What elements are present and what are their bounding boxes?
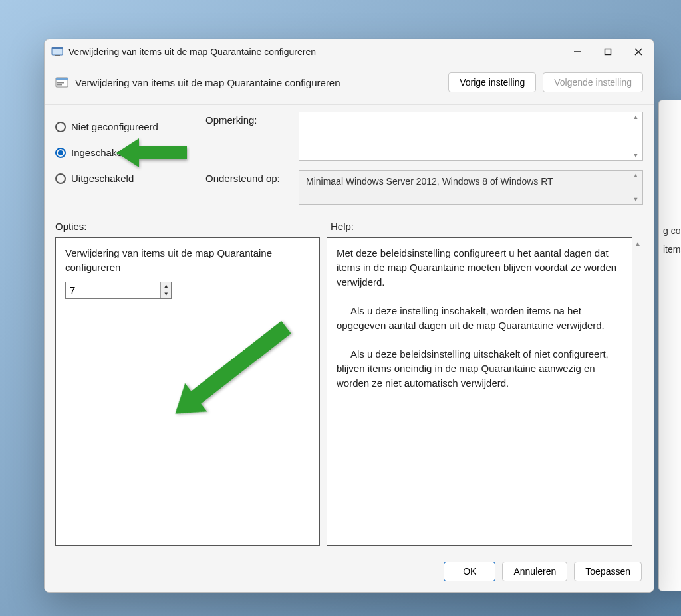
supported-on-value: Minimaal Windows Server 2012, Windows 8 … [306,176,553,187]
titlebar: Verwijdering van items uit de map Quaran… [45,39,654,64]
supported-on-textbox: Minimaal Windows Server 2012, Windows 8 … [299,170,643,205]
help-paragraph: Met deze beleidsinstelling configureert … [337,246,622,289]
gpedit-policy-dialog: Verwijdering van items uit de map Quaran… [44,39,654,593]
comment-label: Opmerking: [205,112,292,126]
options-panel: Verwijdering van items uit de map Quaran… [55,237,320,546]
spinner-up-icon[interactable]: ▲ [161,282,171,291]
svg-rect-2 [55,55,60,56]
radio-label: Niet geconfigureerd [71,121,158,132]
radio-icon [55,173,66,184]
radio-enabled[interactable]: Ingeschakeld [55,147,195,158]
help-panel: Met deze beleidsinstelling configureert … [327,237,632,546]
previous-setting-button[interactable]: Vorige instelling [448,72,536,92]
upper-section: Niet geconfigureerd Ingeschakeld Uitgesc… [45,105,654,217]
options-heading: Opties: [55,221,320,232]
days-spinner[interactable]: ▲ ▼ [65,282,172,299]
apply-button[interactable]: Toepassen [574,562,642,581]
background-window: g conf items u [658,100,681,591]
comment-textbox[interactable]: ▲▼ [299,112,643,161]
radio-not-configured[interactable]: Niet geconfigureerd [55,121,195,132]
background-text: items u [663,244,681,255]
panels: Verwijdering van items uit de map Quaran… [45,237,654,552]
days-input[interactable] [66,282,160,298]
background-text: g conf [663,225,681,236]
help-paragraph: Als u deze beleidsinstelling uitschakelt… [337,347,622,390]
next-setting-button[interactable]: Volgende instelling [543,72,643,92]
scrollbar-stub: ▲▼ [630,172,641,203]
dialog-footer: OK Annuleren Toepassen [45,552,654,592]
svg-rect-9 [57,82,64,84]
scrollbar-stub: ▲▼ [630,114,641,159]
policy-title: Verwijdering van items uit de map Quaran… [75,77,340,88]
scroll-up-icon: ▲ [632,237,643,247]
radio-disabled[interactable]: Uitgeschakeld [55,173,195,184]
radio-label: Ingeschakeld [71,147,130,158]
policy-icon [51,46,63,58]
section-headings: Opties: Help: [45,217,654,237]
maximize-button[interactable] [593,39,623,64]
svg-rect-8 [56,78,68,80]
spinner-down-icon[interactable]: ▼ [161,290,171,298]
radio-icon [55,148,66,158]
policy-header: Verwijdering van items uit de map Quaran… [45,64,654,105]
state-radio-group: Niet geconfigureerd Ingeschakeld Uitgesc… [55,112,195,205]
minimize-button[interactable] [562,39,593,64]
svg-rect-1 [52,47,63,49]
radio-icon [55,122,66,132]
policy-setting-icon [55,76,68,89]
help-scrollbar[interactable]: ▲ [632,237,643,546]
svg-rect-10 [57,84,62,86]
supported-on-label: Ondersteund op: [205,170,292,184]
spinner-buttons[interactable]: ▲ ▼ [160,282,171,298]
cancel-button[interactable]: Annuleren [502,562,567,581]
ok-button[interactable]: OK [444,562,495,581]
options-setting-name: Verwijdering van items uit de map Quaran… [65,246,310,275]
svg-rect-4 [605,49,611,55]
help-heading: Help: [331,221,643,232]
help-paragraph: Als u deze instelling inschakelt, worden… [337,304,622,333]
close-button[interactable] [623,39,654,64]
window-title: Verwijdering van items uit de map Quaran… [68,47,316,57]
radio-label: Uitgeschakeld [71,173,134,184]
